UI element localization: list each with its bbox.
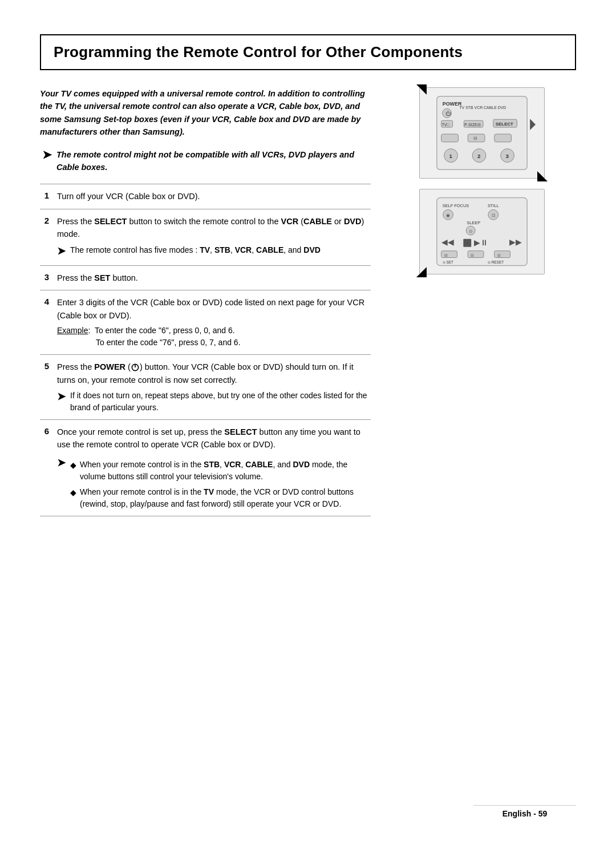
step-5-arrow-icon: ➤ xyxy=(57,389,66,405)
step-content-5: Press the POWER () button. Your VCR (Cab… xyxy=(57,361,371,414)
svg-text:SELF FOCUS: SELF FOCUS xyxy=(443,203,469,208)
intro-paragraph: Your TV comes equipped with a universal … xyxy=(40,87,371,139)
step-4-example: Example: To enter the code "6", press 0,… xyxy=(57,325,371,349)
svg-text:1: 1 xyxy=(449,153,453,159)
step-5-text: Press the POWER () button. Your VCR (Cab… xyxy=(57,361,371,386)
step-6-arrow-icon: ➤ xyxy=(57,455,66,471)
remote-image-2: SELF FOCUS STILL ◉ ⊡ SLEEP ⊙ ◀◀ ▶⏸ xyxy=(419,189,545,274)
arrow-note-text: The remote control might not be compatib… xyxy=(56,149,371,174)
svg-text:▶▶: ▶▶ xyxy=(509,237,522,246)
bullet-text-2: When your remote control is in the TV mo… xyxy=(80,486,371,510)
step-item-3: 3 Press the SET button. xyxy=(40,266,371,290)
corner-arrow-tl xyxy=(416,84,427,95)
step-num-3: 3 xyxy=(40,272,49,282)
svg-rect-13 xyxy=(441,134,459,142)
step-item-6: 6 Once your remote control is set up, pr… xyxy=(40,420,371,516)
bullet-1: ◆ When your remote control is in the STB… xyxy=(70,459,371,483)
svg-text:TV  STB  VCR  CABLE  DVD: TV STB VCR CABLE DVD xyxy=(459,106,506,110)
svg-text:3: 3 xyxy=(506,153,509,159)
step-num-1: 1 xyxy=(40,190,49,200)
arrow-icon: ➤ xyxy=(42,148,52,161)
step-6-subnotes: ➤ ◆ When your remote control is in the S… xyxy=(57,456,371,510)
page-title-box: Programming the Remote Control for Other… xyxy=(40,34,576,70)
step-6-bullets: ◆ When your remote control is in the STB… xyxy=(70,456,371,510)
step-num-5: 5 xyxy=(40,361,49,371)
svg-text:⊟: ⊟ xyxy=(497,253,501,257)
step-content-2: Press the SELECT button to switch the re… xyxy=(57,215,371,260)
svg-text:◀◀: ◀◀ xyxy=(441,237,454,246)
svg-text:⊡: ⊡ xyxy=(492,213,496,218)
svg-text:STILL: STILL xyxy=(488,203,499,208)
svg-text:⊙: ⊙ xyxy=(469,229,473,234)
step-num-2: 2 xyxy=(40,215,49,225)
svg-rect-16 xyxy=(495,134,512,142)
step-2-subnote-text: The remote control has five modes : TV, … xyxy=(70,244,321,256)
svg-text:▶⏸: ▶⏸ xyxy=(474,238,488,247)
step-5-subnote-text: If it does not turn on, repeat steps abo… xyxy=(70,390,371,414)
bullet-sym-2: ◆ xyxy=(70,487,76,499)
content-area: Your TV comes equipped with a universal … xyxy=(40,87,576,516)
svg-text:⊟: ⊟ xyxy=(444,253,448,257)
bullet-sym-1: ◆ xyxy=(70,459,76,472)
step-num-6: 6 xyxy=(40,426,49,436)
svg-rect-35 xyxy=(463,239,471,247)
svg-text:◉: ◉ xyxy=(446,213,450,218)
step-content-6: Once your remote control is set up, pres… xyxy=(57,426,371,510)
step-content-3: Press the SET button. xyxy=(57,272,371,284)
svg-marker-23 xyxy=(530,119,536,130)
svg-text:⏻: ⏻ xyxy=(445,111,451,116)
step-num-4: 4 xyxy=(40,296,49,306)
svg-text:P-SIZE⊟: P-SIZE⊟ xyxy=(464,123,480,127)
step-item-4: 4 Enter 3 digits of the VCR (Cable box o… xyxy=(40,290,371,355)
svg-text:2: 2 xyxy=(477,153,481,159)
step-1-text: Turn off your VCR (Cable box or DVD). xyxy=(57,190,371,203)
bullet-text-1: When your remote control is in the STB, … xyxy=(80,459,371,483)
svg-text:SELECT: SELECT xyxy=(496,122,513,127)
step-4-text: Enter 3 digits of the VCR (Cable box or … xyxy=(57,296,371,322)
example-line-1: To enter the code "6", press 0, 0, and 6… xyxy=(95,326,235,335)
remote-svg-2: SELF FOCUS STILL ◉ ⊡ SLEEP ⊙ ◀◀ ▶⏸ xyxy=(425,194,538,269)
page-footer: English - 59 xyxy=(473,805,576,818)
step-content-4: Enter 3 digits of the VCR (Cable box or … xyxy=(57,296,371,349)
bullet-2: ◆ When your remote control is in the TV … xyxy=(70,486,371,510)
svg-text:TV□: TV□ xyxy=(442,123,450,127)
right-column: POWER ⏻ TV STB VCR CABLE DVD TV□ P-SIZE⊟… xyxy=(388,87,576,516)
step-6-text: Once your remote control is set up, pres… xyxy=(57,426,371,451)
svg-text:SLEEP: SLEEP xyxy=(467,220,480,225)
remote-image-1: POWER ⏻ TV STB VCR CABLE DVD TV□ P-SIZE⊟… xyxy=(419,87,545,179)
step-2-arrow-icon: ➤ xyxy=(57,244,66,260)
corner-arrow-bl xyxy=(416,267,427,277)
left-column: Your TV comes equipped with a universal … xyxy=(40,87,371,516)
arrow-note: ➤ The remote control might not be compat… xyxy=(40,149,371,174)
svg-text:⊙ RESET: ⊙ RESET xyxy=(488,260,504,264)
remote-svg-1: POWER ⏻ TV STB VCR CABLE DVD TV□ P-SIZE⊟… xyxy=(425,92,538,173)
steps-list: 1 Turn off your VCR (Cable box or DVD). … xyxy=(40,184,371,516)
corner-arrow-br xyxy=(537,171,548,181)
step-2-subnote: ➤ The remote control has five modes : TV… xyxy=(57,244,371,260)
example-label: Example xyxy=(57,326,88,335)
step-content-1: Turn off your VCR (Cable box or DVD). xyxy=(57,190,371,203)
svg-text:⊟: ⊟ xyxy=(473,136,477,141)
step-item-2: 2 Press the SELECT button to switch the … xyxy=(40,209,371,266)
page-title: Programming the Remote Control for Other… xyxy=(54,43,463,60)
footer-text: English - 59 xyxy=(502,809,548,818)
example-line-2: To enter the code "76", press 0, 7, and … xyxy=(57,338,241,347)
step-5-subnote: ➤ If it does not turn on, repeat steps a… xyxy=(57,390,371,414)
step-item-5: 5 Press the POWER () button. Your VCR (C… xyxy=(40,355,371,420)
step-item-1: 1 Turn off your VCR (Cable box or DVD). xyxy=(40,184,371,209)
page-container: Programming the Remote Control for Other… xyxy=(0,0,616,841)
step-3-text: Press the SET button. xyxy=(57,272,371,284)
svg-text:⊟: ⊟ xyxy=(471,253,474,257)
step-2-text: Press the SELECT button to switch the re… xyxy=(57,215,371,241)
svg-text:⊙ SET: ⊙ SET xyxy=(443,260,453,264)
